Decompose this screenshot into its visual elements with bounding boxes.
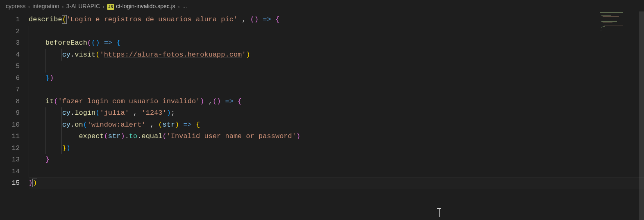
code-line[interactable]: } xyxy=(29,154,644,166)
chevron-right-icon: › xyxy=(102,3,104,9)
code-line[interactable]: cy.visit('https://alura-fotos.herokuapp.… xyxy=(29,49,644,61)
breadcrumb-item[interactable]: 3-ALURAPIC xyxy=(66,3,100,9)
code-editor[interactable]: 123456789101112131415 describe('Login e … xyxy=(0,12,644,220)
line-number-gutter: 123456789101112131415 xyxy=(0,12,29,220)
code-line[interactable]: cy.login('julia' , '1243'); xyxy=(29,107,644,119)
js-file-icon: JS xyxy=(107,4,114,10)
code-line[interactable]: }) xyxy=(29,177,644,189)
code-line[interactable] xyxy=(29,166,644,178)
chevron-right-icon: › xyxy=(62,3,64,9)
code-line[interactable]: describe('Login e registros de usuarios … xyxy=(29,14,644,26)
code-line[interactable]: beforeEach(() => { xyxy=(29,37,644,49)
code-line[interactable] xyxy=(29,84,644,96)
chevron-right-icon: › xyxy=(178,3,180,9)
code-line[interactable] xyxy=(29,61,644,73)
code-line[interactable] xyxy=(29,26,644,38)
code-area[interactable]: describe('Login e registros de usuarios … xyxy=(29,12,644,220)
chevron-right-icon: › xyxy=(28,3,30,9)
code-line[interactable]: expect(str).to.equal('Invalid user name … xyxy=(29,131,644,143)
breadcrumb-item[interactable]: integration xyxy=(32,3,59,9)
code-line[interactable]: cy.on('window:alert' , (str) => { xyxy=(29,119,644,131)
breadcrumb-symbol[interactable]: ... xyxy=(182,3,187,9)
breadcrumb-file[interactable]: JSct-login-invalido.spec.js xyxy=(107,3,175,10)
scrollbar-thumb[interactable] xyxy=(639,11,644,220)
code-line[interactable]: }) xyxy=(29,143,644,154)
code-line[interactable]: }) xyxy=(29,73,644,84)
vertical-scrollbar[interactable] xyxy=(639,11,644,220)
breadcrumb-item[interactable]: cypress xyxy=(6,3,25,9)
code-line[interactable]: it('fazer login com usuario invalido') ,… xyxy=(29,96,644,108)
breadcrumb-file-name: ct-login-invalido.spec.js xyxy=(116,3,175,9)
breadcrumb[interactable]: cypress › integration › 3-ALURAPIC › JSc… xyxy=(0,0,644,12)
